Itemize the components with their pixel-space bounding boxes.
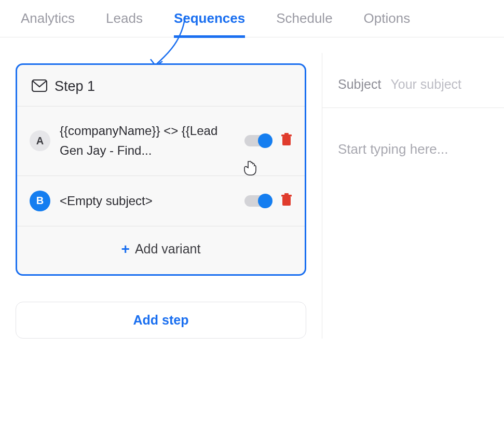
step-title: Step 1 — [55, 78, 95, 95]
subject-label: Subject — [338, 77, 381, 92]
variant-badge-b: B — [30, 191, 50, 211]
variant-badge-a: A — [30, 130, 50, 151]
tab-leads[interactable]: Leads — [106, 10, 143, 37]
variant-toggle[interactable] — [244, 195, 271, 207]
subject-input[interactable] — [390, 77, 504, 92]
tab-schedule[interactable]: Schedule — [276, 10, 332, 37]
delete-variant-button[interactable] — [281, 193, 292, 209]
svg-rect-3 — [284, 133, 289, 135]
delete-variant-button[interactable] — [281, 133, 292, 149]
plus-icon: + — [121, 241, 130, 258]
variant-row[interactable]: B <Empty subject> — [17, 176, 305, 226]
mail-icon — [32, 79, 47, 94]
svg-rect-1 — [282, 136, 291, 145]
variant-subject-text: <Empty subject> — [60, 191, 235, 211]
tab-sequences[interactable]: Sequences — [174, 10, 245, 37]
svg-rect-6 — [284, 193, 289, 195]
svg-rect-4 — [282, 196, 291, 206]
variant-subject-text: {{companyName}} <> {{Lead Gen Jay - Find… — [60, 121, 235, 161]
tab-analytics[interactable]: Analytics — [21, 10, 75, 37]
tab-options[interactable]: Options — [364, 10, 411, 37]
add-variant-label: Add variant — [135, 241, 200, 257]
step-header: Step 1 — [17, 65, 305, 106]
trash-icon — [281, 133, 292, 146]
tab-bar: Analytics Leads Sequences Schedule Optio… — [0, 0, 504, 37]
email-body-input[interactable]: Start typing here... — [322, 108, 504, 191]
step-card[interactable]: Step 1 A {{companyName}} <> {{Lead Gen J… — [16, 63, 306, 276]
variant-row[interactable]: A {{companyName}} <> {{Lead Gen Jay - Fi… — [17, 106, 305, 176]
email-editor: Subject Start typing here... — [322, 53, 504, 339]
add-variant-button[interactable]: + Add variant — [17, 226, 305, 274]
variant-toggle[interactable] — [244, 135, 271, 146]
add-step-button[interactable]: Add step — [16, 302, 306, 339]
trash-icon — [281, 193, 292, 207]
